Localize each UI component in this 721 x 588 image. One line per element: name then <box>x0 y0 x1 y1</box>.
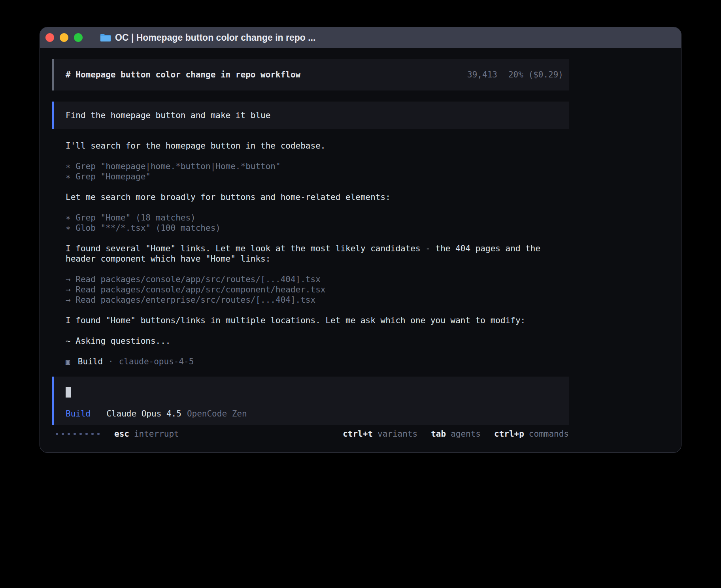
transcript-block: ~ Asking questions... <box>66 336 569 346</box>
input-provider-label: OpenCode Zen <box>187 409 247 418</box>
interrupt-label: interrupt <box>134 429 179 439</box>
user-message: Find the homepage button and make it blu… <box>52 102 569 129</box>
shortcut-key: ctrl+t <box>343 429 373 439</box>
transcript: I'll search for the homepage button in t… <box>52 141 569 346</box>
shortcut-variants: ctrl+tvariants <box>343 429 417 439</box>
transcript-line: → Read packages/console/app/src/routes/[… <box>66 274 569 285</box>
shortcut-label: agents <box>451 429 481 439</box>
agent-icon: ▣ <box>66 358 70 366</box>
minimize-button[interactable] <box>60 33 68 42</box>
close-button[interactable] <box>45 33 54 42</box>
agent-status-line: ▣ Build · claude-opus-4-5 <box>52 356 569 367</box>
transcript-line: ~ Asking questions... <box>66 336 569 346</box>
transcript-block: → Read packages/console/app/src/routes/[… <box>66 274 569 305</box>
terminal-content: # Homepage button color change in repo w… <box>40 48 569 439</box>
transcript-line: I'll search for the homepage button in t… <box>66 141 569 151</box>
transcript-line: Let me search more broadly for buttons a… <box>66 192 569 202</box>
session-stats: 39,413 20% ($0.29) <box>467 70 563 79</box>
transcript-block: I'll search for the homepage button in t… <box>66 141 569 151</box>
token-count: 39,413 <box>467 70 497 79</box>
spinner-dot <box>85 433 88 435</box>
agent-model: claude-opus-4-5 <box>119 357 194 366</box>
shortcut-label: commands <box>529 429 569 439</box>
shortcut-key: tab <box>431 429 446 439</box>
spinner-dot <box>91 433 94 435</box>
terminal-window: OC | Homepage button color change in rep… <box>40 27 681 453</box>
transcript-line: → Read packages/console/app/src/componen… <box>66 285 569 295</box>
spinner-dots <box>56 433 103 435</box>
spinner-dot <box>79 433 82 435</box>
prompt-input[interactable]: Build Claude Opus 4.5 OpenCode Zen <box>52 377 569 425</box>
status-left: esc interrupt <box>52 429 179 439</box>
context-usage: 20% ($0.29) <box>508 70 563 79</box>
agent-name: Build <box>78 357 103 366</box>
spinner-dot <box>62 433 64 435</box>
transcript-line: ∗ Grep "homepage|home.*button|Home.*butt… <box>66 161 569 172</box>
transcript-line: ∗ Glob "**/*.tsx" (100 matches) <box>66 223 569 233</box>
input-model-label[interactable]: Claude Opus 4.5 <box>106 409 181 418</box>
transcript-block: I found "Home" buttons/links in multiple… <box>66 315 569 326</box>
transcript-block: I found several "Home" links. Let me loo… <box>66 243 569 264</box>
shortcut-agents: tabagents <box>431 429 481 439</box>
shortcut-label: variants <box>377 429 417 439</box>
transcript-line: ∗ Grep "Homepage" <box>66 172 569 182</box>
shortcut-commands: ctrl+pcommands <box>494 429 569 439</box>
zoom-button[interactable] <box>74 33 83 42</box>
statusbar-shortcuts: ctrl+tvariantstabagentsctrl+pcommands <box>329 429 569 439</box>
input-meta: Build Claude Opus 4.5 OpenCode Zen <box>66 409 563 418</box>
transcript-line: I found "Home" buttons/links in multiple… <box>66 315 569 326</box>
transcript-line: ∗ Grep "Home" (18 matches) <box>66 213 569 223</box>
transcript-block: Let me search more broadly for buttons a… <box>66 192 569 202</box>
transcript-block: ∗ Grep "Home" (18 matches)∗ Glob "**/*.t… <box>66 213 569 233</box>
session-header: # Homepage button color change in repo w… <box>52 59 569 90</box>
spinner-dot <box>68 433 70 435</box>
user-message-text: Find the homepage button and make it blu… <box>66 111 270 120</box>
interrupt-key: esc <box>114 429 129 439</box>
agent-separator: · <box>108 357 113 366</box>
spinner-dot <box>56 433 58 435</box>
folder-icon <box>100 33 111 42</box>
window-title: OC | Homepage button color change in rep… <box>115 32 315 43</box>
spinner-dot <box>74 433 76 435</box>
text-cursor <box>66 387 71 398</box>
transcript-block: ∗ Grep "homepage|home.*button|Home.*butt… <box>66 161 569 182</box>
transcript-line: → Read packages/enterprise/src/routes/[.… <box>66 295 569 305</box>
session-title: # Homepage button color change in repo w… <box>66 70 300 79</box>
shortcut-key: ctrl+p <box>494 429 524 439</box>
status-bar: esc interrupt ctrl+tvariantstabagentsctr… <box>52 429 569 439</box>
input-mode-label[interactable]: Build <box>66 409 91 418</box>
transcript-line: I found several "Home" links. Let me loo… <box>66 243 569 254</box>
spinner-dot <box>97 433 100 435</box>
window-titlebar[interactable]: OC | Homepage button color change in rep… <box>40 27 681 48</box>
transcript-line: header component which have "Home" links… <box>66 254 569 264</box>
